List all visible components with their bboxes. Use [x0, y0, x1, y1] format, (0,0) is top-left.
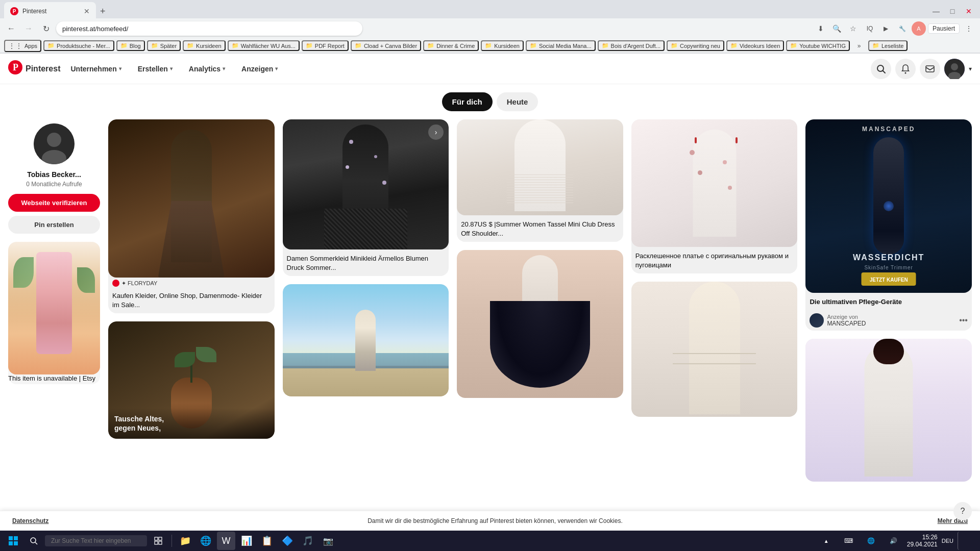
taskbar-spotify-button[interactable]: 🎵: [299, 532, 317, 550]
extension-button-2[interactable]: ▶: [879, 21, 893, 36]
help-button[interactable]: ?: [953, 502, 972, 520]
bookmarks-more-button[interactable]: »: [852, 39, 866, 53]
svg-point-16: [31, 538, 36, 543]
bookmark-label: PDF Report: [315, 43, 345, 49]
bookmark-blog[interactable]: 📁 Blog: [116, 40, 145, 51]
pin-2-info: Damen Sommerkleid Minikleid Ärmellos Blu…: [283, 249, 449, 276]
bookmark-videokurs[interactable]: 📁 Videokurs Ideen: [726, 40, 784, 51]
reload-button[interactable]: ↻: [39, 21, 53, 36]
taskbar-date-display: 29.04.2021: [907, 541, 938, 548]
extension-button-1[interactable]: IQ: [863, 21, 877, 36]
taskbar-explorer-button[interactable]: 📁: [176, 532, 194, 550]
bookmark-dinner[interactable]: 📁 Dinner & Crime: [423, 40, 479, 51]
bookmark-youtube[interactable]: 📁 Youtube WICHTIG: [786, 40, 850, 51]
bookmark-spaeter[interactable]: 📁 Später: [147, 40, 181, 51]
tab-fur-dich[interactable]: Für dich: [442, 92, 493, 111]
more-options-button[interactable]: ⋮: [962, 21, 976, 36]
pinterest-logo[interactable]: P Pinterest: [8, 60, 60, 78]
start-button[interactable]: [4, 532, 22, 550]
pin-item[interactable]: › Damen Sommerkleid Minikleid Ärmellos B…: [283, 119, 449, 276]
pin-item-ad[interactable]: MANSCAPED WASSERDICHT SkinSafe Trimmer: [805, 119, 972, 331]
account-menu-button[interactable]: ▾: [969, 65, 972, 72]
taskbar-up-arrow-button[interactable]: ▲: [817, 532, 836, 550]
pin-item[interactable]: [631, 282, 798, 417]
taskbar-search-input[interactable]: [45, 535, 147, 546]
tab-heute[interactable]: Heute: [497, 92, 538, 111]
pin-title-2: Damen Sommerkleid Minikleid Ärmellos Blu…: [287, 255, 428, 271]
maximize-button[interactable]: □: [945, 4, 960, 18]
ad-shop-button[interactable]: JETZT KAUFEN: [862, 272, 916, 286]
taskbar: 📁 🌐 W 📊 📋 🔷 🎵 📷 ▲ ⌨ 🌐 🔊 15:26 29.04.2021…: [0, 531, 980, 551]
notifications-button[interactable]: [895, 59, 916, 79]
bookmark-canva[interactable]: 📁 Cload + Canva Bilder: [351, 40, 421, 51]
sidebar-pin-preview[interactable]: This item is unavailable | Etsy: [8, 242, 100, 384]
nav-label-anzeigen: Anzeigen: [241, 65, 273, 73]
pin-save-hint: ›: [428, 124, 444, 140]
bookmark-wahlfacher[interactable]: 📁 Wahlfächer WU Aus...: [228, 40, 300, 51]
download-button[interactable]: ⬇: [814, 21, 828, 36]
close-window-button[interactable]: ✕: [962, 4, 976, 18]
pin-item[interactable]: [457, 250, 623, 398]
svg-point-7: [951, 63, 958, 70]
pin-item[interactable]: [283, 284, 449, 396]
bookmark-label: Blog: [130, 43, 141, 49]
pinterest-app: P Pinterest Unternehmen ▾ Erstellen ▾ An…: [0, 54, 980, 551]
taskbar-chrome-button[interactable]: 🌐: [197, 532, 215, 550]
ad-text-skinsafe: SkinSafe Trimmer: [805, 262, 972, 271]
bookmark-copywriting[interactable]: 📁 Copywriting neu: [667, 40, 724, 51]
new-tab-button[interactable]: +: [96, 6, 110, 17]
ad-more-options-button[interactable]: •••: [959, 316, 968, 325]
search-button[interactable]: [871, 59, 891, 79]
taskbar-powerpoint-button[interactable]: 📋: [258, 532, 276, 550]
create-pin-button[interactable]: Pin erstellen: [8, 216, 100, 234]
pin-item[interactable]: Tausche Altes,gegen Neues,: [108, 321, 275, 439]
bookmark-kursideen1[interactable]: 📁 Kursideen: [183, 40, 226, 51]
bookmark-bois[interactable]: 📁 Bois d'Argent Duft...: [598, 40, 665, 51]
pin-3-info: 20.87US $ |Summer Women Tassel Mini Club…: [457, 215, 623, 242]
search-page-button[interactable]: 🔍: [830, 21, 844, 36]
show-desktop-button[interactable]: [958, 532, 976, 550]
pin-item[interactable]: ✦ FLORYDAY Kaufen Kleider, Online Shop, …: [108, 119, 275, 313]
keyboard-icon[interactable]: ⌨: [840, 532, 858, 550]
search-taskbar-button[interactable]: [24, 532, 43, 550]
address-input[interactable]: [56, 21, 362, 36]
sync-paused-button[interactable]: Pausiert: [928, 23, 960, 34]
pin-item[interactable]: Расклешенное платье с оригинальным рукав…: [631, 119, 798, 273]
taskbar-office365-button[interactable]: 🔷: [278, 532, 297, 550]
forward-button[interactable]: →: [21, 21, 36, 36]
task-view-button[interactable]: [149, 532, 167, 550]
bookmark-produktsuche[interactable]: 📁 Produktsuche - Mer...: [43, 40, 114, 51]
user-avatar[interactable]: [944, 59, 965, 79]
nav-anzeigen[interactable]: Anzeigen ▾: [235, 61, 284, 77]
active-tab[interactable]: P Pinterest ✕: [4, 2, 96, 20]
svg-rect-20: [155, 541, 158, 544]
bookmark-social[interactable]: 📁 Social Media Mana...: [526, 40, 596, 51]
bookmark-button[interactable]: ☆: [846, 21, 861, 36]
network-icon[interactable]: 🌐: [862, 532, 880, 550]
nav-erstellen[interactable]: Erstellen ▾: [132, 61, 179, 77]
nav-label-unternehmen: Unternehmen: [70, 65, 116, 73]
profile-button[interactable]: A: [912, 21, 926, 36]
svg-rect-19: [159, 537, 162, 540]
sound-icon[interactable]: 🔊: [885, 532, 903, 550]
pin-item[interactable]: [805, 339, 972, 482]
extension-button-3[interactable]: 🔧: [895, 21, 910, 36]
nav-unternehmen[interactable]: Unternehmen ▾: [64, 61, 127, 77]
back-button[interactable]: ←: [4, 21, 18, 36]
taskbar-word-button[interactable]: W: [217, 532, 235, 550]
datenschutz-link[interactable]: Datenschutz: [12, 517, 48, 524]
minimize-button[interactable]: —: [929, 4, 943, 18]
verify-website-button[interactable]: Webseite verifizieren: [8, 194, 100, 212]
bookmark-pdf[interactable]: 📁 PDF Report: [302, 40, 349, 51]
bookmark-kursideen2[interactable]: 📁 Kursideen: [481, 40, 524, 51]
bookmark-apps[interactable]: ⋮⋮ Apps: [4, 40, 41, 52]
tab-close-button[interactable]: ✕: [84, 7, 90, 15]
messages-button[interactable]: [920, 59, 940, 79]
create-pin-label: Pin erstellen: [34, 221, 74, 229]
nav-analytics[interactable]: Analytics ▾: [183, 61, 231, 77]
bookmark-leseliste[interactable]: 📁 Leseliste: [868, 40, 908, 51]
taskbar-camera-button[interactable]: 📷: [319, 532, 337, 550]
pin-item[interactable]: 20.87US $ |Summer Women Tassel Mini Club…: [457, 119, 623, 242]
tab-title: Pinterest: [22, 8, 80, 15]
taskbar-excel-button[interactable]: 📊: [237, 532, 256, 550]
